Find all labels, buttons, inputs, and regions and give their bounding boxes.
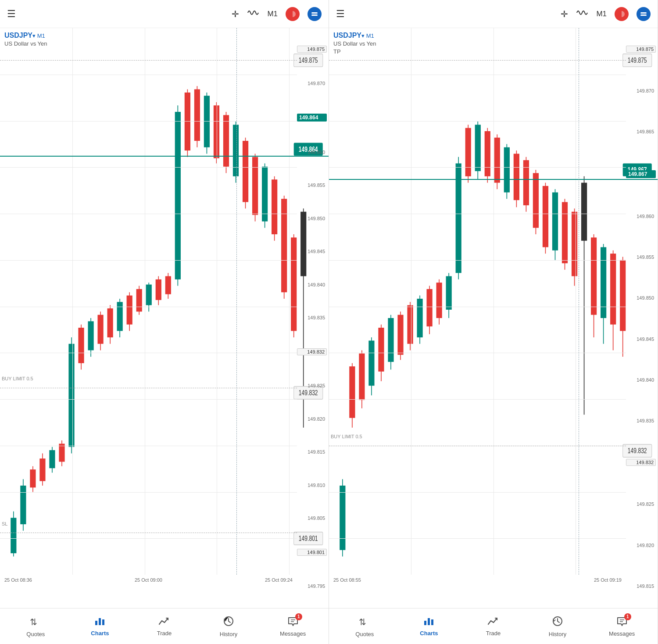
right-menu-icon[interactable]: ☰: [336, 8, 345, 20]
left-sl-label: SL: [2, 521, 7, 526]
svg-rect-119: [485, 131, 490, 176]
left-price-9: 149.820: [297, 416, 327, 422]
right-messages-badge-wrap: 1: [616, 616, 628, 629]
left-buy-limit-label: BUY LIMIT 0.5: [2, 376, 33, 381]
left-nav-messages-label: Messages: [280, 630, 306, 637]
svg-rect-145: [610, 254, 616, 325]
svg-rect-13: [49, 450, 55, 468]
left-price-11: 149.810: [297, 483, 327, 488]
right-nav-history[interactable]: History: [542, 615, 573, 637]
right-nav-messages[interactable]: 1 Messages: [607, 616, 637, 637]
left-cursor-line: [236, 28, 237, 575]
left-price-3: 149.855: [297, 182, 327, 188]
svg-rect-141: [591, 237, 597, 315]
left-nav-history[interactable]: History: [213, 615, 244, 637]
left-price-line: [0, 156, 329, 157]
svg-rect-3: [0, 28, 329, 608]
right-indicator-icon[interactable]: [615, 7, 629, 21]
left-timeframe-label: ▾ M1: [32, 32, 45, 39]
left-nav-messages[interactable]: 1 Messages: [278, 616, 308, 637]
right-symbol-info: USDJPY▾ M1 US Dollar vs Yen TP: [333, 32, 376, 55]
left-crosshair-icon[interactable]: ✛: [232, 9, 239, 19]
right-history-icon: [552, 615, 563, 630]
right-nav-trade-label: Trade: [486, 630, 501, 637]
svg-text:⇅: ⇅: [359, 617, 366, 627]
right-price-6: 149.840: [626, 377, 656, 383]
left-time-axis: 25 Oct 08:36 25 Oct 09:00 25 Oct 09:24: [0, 575, 297, 585]
svg-rect-137: [572, 212, 577, 276]
left-nav-history-label: History: [220, 631, 237, 637]
right-buy-limit-line: [329, 446, 626, 446]
left-symbol-desc: US Dollar vs Yen: [4, 40, 47, 47]
right-current-price: 149.867: [626, 170, 656, 178]
left-charts-icon: [94, 616, 106, 629]
svg-rect-19: [78, 328, 84, 363]
svg-rect-105: [417, 299, 422, 337]
right-messages-badge: 1: [624, 613, 631, 620]
svg-rect-51: [233, 125, 239, 176]
right-price-tp: 149.875: [626, 46, 656, 53]
left-bottom-nav: ⇅ Quotes Charts Trade Histor: [0, 608, 329, 644]
right-price-axis: 149.875 149.870 149.865 149.867 149.860 …: [626, 28, 658, 590]
svg-rect-15: [59, 444, 64, 462]
right-bottom-nav: ⇅ Quotes Charts Trade Histor: [329, 608, 658, 644]
right-panel: ☰ ✛ M1 USDJPY▾ M1 US Dollar vs Yen TP: [329, 0, 658, 644]
svg-rect-41: [185, 93, 190, 150]
svg-rect-35: [156, 279, 161, 300]
left-indicator-icon[interactable]: [286, 7, 300, 21]
right-symbol-name: USDJPY: [333, 32, 361, 39]
left-nav-quotes[interactable]: ⇅ Quotes: [20, 615, 51, 637]
left-messages-badge: 1: [295, 613, 302, 620]
left-quotes-icon: ⇅: [30, 615, 41, 630]
right-chart-area[interactable]: USDJPY▾ M1 US Dollar vs Yen TP BUY: [329, 28, 658, 608]
left-price-8: 149.825: [297, 383, 327, 388]
svg-rect-159: [431, 619, 433, 625]
right-link-icon[interactable]: [637, 7, 651, 21]
svg-rect-107: [426, 289, 432, 326]
right-wave-icon[interactable]: [576, 8, 588, 19]
left-trade-icon: [158, 616, 170, 629]
svg-rect-123: [504, 147, 510, 193]
svg-rect-80: [102, 619, 104, 625]
right-trade-icon: [487, 616, 499, 629]
svg-rect-97: [378, 328, 384, 372]
svg-rect-11: [39, 458, 45, 481]
left-price-2: 149.860: [297, 150, 327, 155]
left-nav-charts[interactable]: Charts: [85, 616, 115, 637]
svg-rect-99: [388, 318, 393, 362]
svg-rect-91: [349, 366, 355, 418]
svg-rect-33: [146, 285, 152, 305]
svg-rect-133: [552, 193, 558, 250]
right-price-bl: 149.832: [626, 459, 656, 466]
right-charts-icon: [423, 616, 435, 629]
right-crosshair-icon[interactable]: ✛: [561, 9, 568, 19]
right-timeframe[interactable]: M1: [596, 10, 607, 18]
right-price-line: [329, 179, 658, 180]
left-time-1: 25 Oct 08:36: [4, 577, 32, 583]
svg-rect-7: [20, 486, 26, 524]
left-tp-line: [0, 60, 297, 61]
left-nav-charts-label: Charts: [91, 630, 109, 637]
left-buy-limit-line: [0, 388, 297, 388]
left-nav-trade[interactable]: Trade: [149, 616, 179, 637]
svg-rect-1: [311, 12, 318, 14]
svg-rect-55: [252, 157, 258, 215]
left-wave-icon[interactable]: [247, 8, 259, 19]
left-price-13: 149.795: [297, 583, 327, 589]
right-nav-messages-label: Messages: [609, 630, 635, 637]
left-link-icon[interactable]: [308, 7, 322, 21]
left-timeframe[interactable]: M1: [267, 10, 278, 18]
svg-rect-135: [562, 202, 568, 264]
svg-rect-143: [601, 247, 606, 318]
right-nav-trade[interactable]: Trade: [478, 616, 508, 637]
left-menu-icon[interactable]: ☰: [7, 8, 16, 20]
left-chart-area[interactable]: USDJPY▾ M1 US Dollar vs Yen BUY: [0, 28, 329, 608]
right-nav-quotes[interactable]: ⇅ Quotes: [349, 615, 380, 637]
svg-rect-61: [281, 199, 287, 292]
left-price-10: 149.815: [297, 449, 327, 454]
right-nav-charts[interactable]: Charts: [414, 616, 444, 637]
svg-rect-23: [97, 315, 103, 344]
svg-rect-115: [465, 128, 471, 176]
right-price-8: 149.825: [626, 501, 656, 507]
svg-rect-43: [194, 89, 200, 141]
